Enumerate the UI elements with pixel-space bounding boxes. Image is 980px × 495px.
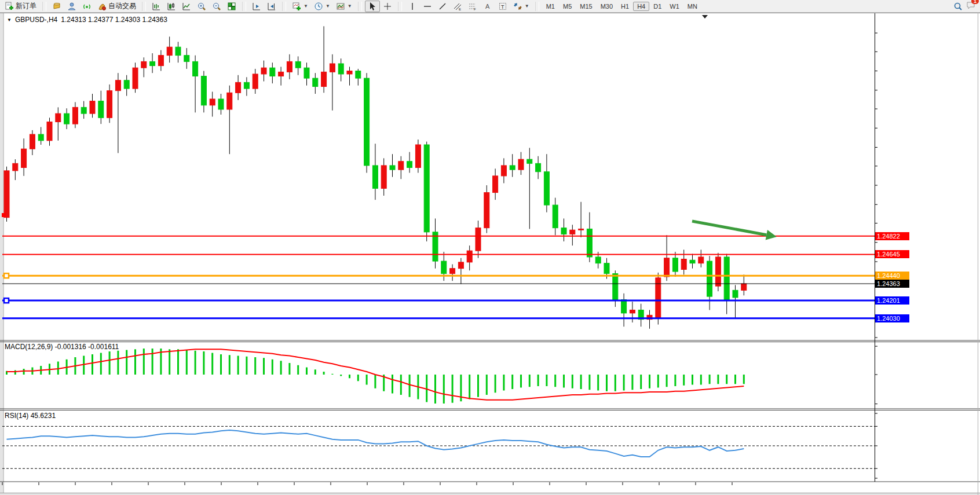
new-order-icon <box>5 2 14 11</box>
svg-text:T: T <box>501 3 504 9</box>
signal-button[interactable] <box>79 1 94 12</box>
channel-icon: E <box>453 2 462 11</box>
price-line-tag: 1.24822 <box>875 232 909 240</box>
toolbar-separator <box>242 2 246 11</box>
periods-button[interactable]: ▼ <box>311 1 333 12</box>
line-chart-button[interactable] <box>179 1 194 12</box>
chart-canvas[interactable] <box>0 0 980 495</box>
price-line-tag: 1.24363 <box>875 280 909 288</box>
crosshair-button[interactable] <box>380 1 395 12</box>
line-anchor-marker[interactable] <box>2 213 6 217</box>
text-button[interactable]: A <box>480 1 495 12</box>
market-watch-button[interactable] <box>64 1 79 12</box>
fibonacci-icon: F <box>468 2 477 11</box>
styles-button[interactable] <box>49 1 64 12</box>
rsi-value: 45.6231 <box>31 412 56 420</box>
macd-label: MACD(12,26,9) <box>5 343 53 351</box>
toolbar-separator <box>398 2 402 11</box>
ohlc-open: 1.24313 <box>61 16 86 24</box>
dropdown-caret-icon: ▼ <box>348 3 352 9</box>
candle-chart-button[interactable] <box>164 1 179 12</box>
cylinder-icon <box>52 2 61 11</box>
tile-windows-button[interactable] <box>224 1 239 12</box>
hline-handle[interactable] <box>4 273 9 278</box>
auto-trading-label: 自动交易 <box>108 1 136 11</box>
timeframe-button-m1[interactable]: M1 <box>542 2 559 11</box>
price-line-tag: 1.24201 <box>875 296 909 305</box>
chart-shift-icon <box>267 2 276 11</box>
toolbar-separator <box>142 2 146 11</box>
arrows-icon <box>513 2 522 11</box>
price-line-tag: 1.24645 <box>875 250 909 258</box>
timeframe-button-m30[interactable]: M30 <box>597 2 617 11</box>
bar-chart-icon <box>152 2 161 11</box>
search-icon[interactable] <box>953 2 963 11</box>
macd-main-value: -0.001316 <box>55 343 86 351</box>
zoom-out-button[interactable] <box>209 1 224 12</box>
template-icon <box>336 2 345 11</box>
signal-icon <box>82 2 92 11</box>
vertical-line-button[interactable] <box>405 1 420 12</box>
timeframe-button-mn[interactable]: MN <box>683 2 701 11</box>
new-order-label: 新订单 <box>16 1 36 11</box>
chart-shift-button[interactable] <box>264 1 279 12</box>
svg-text:E: E <box>459 8 461 11</box>
cursor-arrow-icon <box>368 2 377 11</box>
auto-trading-button[interactable]: 自动交易 <box>94 0 139 12</box>
main-toolbar: 新订单 自动交易 <box>0 0 980 13</box>
zoom-out-icon <box>212 2 221 11</box>
bar-chart-button[interactable] <box>149 1 164 12</box>
chart-symbol: GBPUSD-,H4 <box>15 16 57 24</box>
arrows-button[interactable]: ▼ <box>510 1 532 12</box>
chat-button[interactable]: 1 <box>966 1 975 12</box>
hline-handle[interactable] <box>4 298 9 303</box>
horizontal-line-icon <box>423 2 432 11</box>
chart-title[interactable]: ▼ GBPUSD-,H4 1.24313 1.24377 1.24303 1.2… <box>7 16 167 24</box>
price-line-tag: 1.24030 <box>875 314 909 322</box>
timeframe-button-m15[interactable]: M15 <box>576 2 596 11</box>
auto-scroll-icon <box>252 2 261 11</box>
svg-text:F: F <box>474 8 476 11</box>
toolbar-separator <box>358 2 362 11</box>
timeframe-button-d1[interactable]: D1 <box>649 2 665 11</box>
price-line-tag: 1.24440 <box>875 272 909 280</box>
horizontal-line-button[interactable] <box>420 1 435 12</box>
cursor-button[interactable] <box>365 1 380 12</box>
templates-button[interactable]: ▼ <box>333 1 355 12</box>
text-label-icon: T <box>498 2 507 11</box>
ohlc-close: 1.24363 <box>142 16 167 24</box>
chat-badge: 1 <box>971 0 979 4</box>
timeframe-button-h1[interactable]: H1 <box>617 2 633 11</box>
dropdown-caret-icon: ▼ <box>303 3 308 9</box>
auto-trading-icon <box>97 2 107 11</box>
auto-scroll-button[interactable] <box>249 1 264 12</box>
line-chart-icon <box>182 2 191 11</box>
equidistant-channel-button[interactable]: E <box>450 1 465 12</box>
person-icon <box>67 2 76 11</box>
rsi-pane-label: RSI(14) 45.6231 <box>5 412 56 420</box>
timeframe-button-h4[interactable]: H4 <box>633 2 649 11</box>
new-order-button[interactable]: 新订单 <box>2 0 39 12</box>
timeframe-button-m5[interactable]: M5 <box>559 2 576 11</box>
tile-windows-icon <box>227 2 236 11</box>
dropdown-caret-icon: ▼ <box>525 3 529 9</box>
macd-pane-label: MACD(12,26,9) -0.001316 -0.001611 <box>5 343 119 351</box>
zoom-in-button[interactable] <box>194 1 209 12</box>
timeframe-button-w1[interactable]: W1 <box>665 2 683 11</box>
text-label-button[interactable]: T <box>495 1 510 12</box>
vertical-line-icon <box>408 2 417 11</box>
svg-text:A: A <box>485 3 490 10</box>
candle-chart-icon <box>167 2 176 11</box>
fibonacci-button[interactable]: F <box>465 1 480 12</box>
toolbar-separator <box>282 2 286 11</box>
ohlc-high: 1.24377 <box>88 16 113 24</box>
clock-icon <box>314 2 323 11</box>
toolbar-separator <box>42 2 46 11</box>
macd-signal-value: -0.001611 <box>88 343 119 351</box>
crosshair-icon <box>383 2 392 11</box>
zoom-in-icon <box>197 2 206 11</box>
new-chart-button[interactable]: ▼ <box>289 1 311 12</box>
timeframe-toolbar: M1M5M15M30H1H4D1W1MN <box>540 0 703 12</box>
trendline-button[interactable] <box>435 1 450 12</box>
collapse-triangle-icon[interactable]: ▼ <box>7 17 12 23</box>
